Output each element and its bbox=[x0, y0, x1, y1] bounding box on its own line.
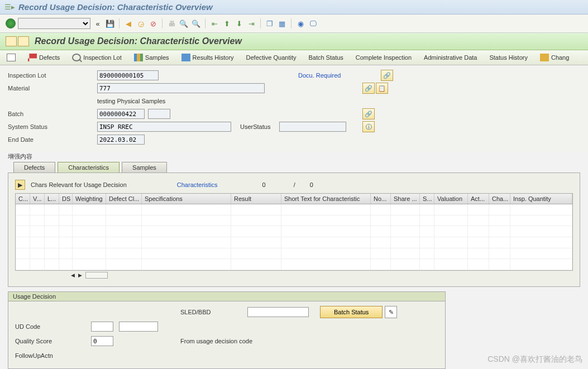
col-s[interactable]: S... bbox=[420, 194, 434, 204]
material-button-2[interactable]: 📋 bbox=[376, 83, 388, 94]
defective-qty-label: Defective Quantity bbox=[246, 54, 297, 61]
col-no[interactable]: No... bbox=[371, 194, 391, 204]
toolbar-batch-status[interactable]: Batch Status bbox=[306, 53, 345, 62]
header-icons[interactable] bbox=[6, 36, 29, 46]
tab-samples[interactable]: Samples bbox=[122, 162, 167, 172]
prev-page-icon[interactable]: ⬆ bbox=[222, 18, 232, 28]
end-date-field[interactable] bbox=[97, 135, 145, 145]
table-row[interactable] bbox=[16, 259, 572, 270]
results-icon bbox=[181, 54, 190, 61]
menu-icon[interactable]: ☰▸ bbox=[4, 3, 15, 11]
toolbar-admin-data[interactable]: Administrative Data bbox=[422, 53, 479, 62]
toolbar-doc[interactable] bbox=[4, 52, 18, 63]
toolbar-complete-inspection[interactable]: Complete Inspection bbox=[353, 53, 414, 62]
material-label: Material bbox=[8, 85, 97, 92]
first-page-icon[interactable]: ⇤ bbox=[209, 18, 219, 28]
col-l[interactable]: L... bbox=[45, 194, 59, 204]
help-icon[interactable]: ◉ bbox=[295, 18, 305, 28]
col-cha[interactable]: Cha... bbox=[489, 194, 510, 204]
back-page-icon[interactable]: « bbox=[93, 18, 103, 28]
batch-status-label: Batch Status bbox=[308, 54, 343, 61]
next-page-icon[interactable]: ⬇ bbox=[234, 18, 244, 28]
batch-field-2[interactable] bbox=[148, 109, 170, 119]
toolbar-status-history[interactable]: Status History bbox=[487, 53, 529, 62]
app-toolbar: Defects Inspection Lot Samples Results H… bbox=[0, 50, 588, 65]
material-field[interactable] bbox=[97, 83, 265, 93]
enter-button[interactable] bbox=[6, 18, 16, 28]
col-defect-cl[interactable]: Defect Cl... bbox=[106, 194, 142, 204]
table-row[interactable] bbox=[16, 226, 572, 237]
quality-score-field[interactable] bbox=[91, 336, 113, 346]
col-specs[interactable]: Specifications bbox=[142, 194, 231, 204]
find-icon: 🔍 bbox=[179, 18, 189, 28]
samples-icon bbox=[134, 54, 143, 61]
status-info-button[interactable]: ⓘ bbox=[362, 121, 375, 132]
tab-defects[interactable]: Defects bbox=[13, 162, 55, 172]
toolbar-inspection-lot[interactable]: Inspection Lot bbox=[70, 52, 124, 63]
ud-code-field-1[interactable] bbox=[91, 322, 113, 332]
save-icon[interactable]: 💾 bbox=[105, 18, 115, 28]
system-status-field[interactable] bbox=[97, 122, 231, 132]
material-button-1[interactable]: 🔗 bbox=[362, 83, 375, 94]
column-config-button[interactable] bbox=[85, 272, 108, 279]
chang-icon bbox=[540, 54, 549, 61]
tab-characteristics[interactable]: Characteristics bbox=[58, 162, 119, 172]
scroll-right-icon[interactable]: ▶ bbox=[78, 272, 82, 278]
title-bar: ☰▸ Record Usage Decision: Characteristic… bbox=[0, 0, 588, 15]
scroll-left-icon[interactable]: ◀ bbox=[71, 272, 75, 278]
sled-field[interactable] bbox=[247, 307, 309, 317]
layout-icon[interactable]: ▦ bbox=[277, 18, 287, 28]
document-icon bbox=[7, 54, 16, 61]
new-session-icon[interactable]: ❐ bbox=[265, 18, 275, 28]
last-page-icon[interactable]: ⇥ bbox=[246, 18, 256, 28]
col-short-text[interactable]: Short Text for Characteristic bbox=[281, 194, 371, 204]
batch-field[interactable] bbox=[97, 109, 145, 119]
table-row[interactable] bbox=[16, 248, 572, 260]
exit-icon[interactable]: ◶ bbox=[136, 18, 146, 28]
docu-button[interactable]: 🔗 bbox=[381, 70, 393, 81]
inspection-lot-label: Inspection Lot bbox=[8, 72, 97, 79]
col-act[interactable]: Act... bbox=[468, 194, 489, 204]
col-insp-qty[interactable]: Insp. Quantity bbox=[510, 194, 572, 204]
col-weighting[interactable]: Weighting bbox=[73, 194, 106, 204]
table-row[interactable] bbox=[16, 215, 572, 227]
end-date-label: End Date bbox=[8, 136, 97, 143]
edit-button[interactable]: ✎ bbox=[385, 306, 397, 318]
toolbar-defective-qty[interactable]: Defective Quantity bbox=[244, 53, 299, 62]
ud-code-field-2[interactable] bbox=[119, 322, 158, 332]
command-field[interactable] bbox=[18, 18, 90, 29]
material-desc: testing Physical Samples bbox=[97, 98, 165, 104]
col-ds[interactable]: DS bbox=[59, 194, 73, 204]
toolbar-samples[interactable]: Samples bbox=[132, 52, 171, 63]
system-toolbar: « 💾 ◀ ◶ ⊘ 🖶 🔍 🔍 ⇤ ⬆ ⬇ ⇥ ❐ ▦ ◉ 🖵 bbox=[0, 15, 588, 33]
col-c[interactable]: C... bbox=[16, 194, 30, 204]
defects-label: Defects bbox=[39, 54, 60, 61]
toolbar-defects[interactable]: Defects bbox=[26, 52, 62, 63]
col-share[interactable]: Share ... bbox=[391, 194, 420, 204]
tab-strip: Defects Characteristics Samples bbox=[0, 162, 588, 172]
docu-required-link[interactable]: Docu. Required bbox=[298, 72, 341, 79]
batch-status-button[interactable]: Batch Status bbox=[320, 306, 383, 318]
inspection-lot-field[interactable] bbox=[97, 70, 159, 80]
back-icon[interactable]: ◀ bbox=[123, 18, 133, 28]
samples-label: Samples bbox=[145, 54, 169, 61]
separator bbox=[260, 18, 261, 28]
user-status-field[interactable] bbox=[279, 122, 346, 132]
table-row[interactable] bbox=[16, 237, 572, 248]
col-result[interactable]: Result bbox=[231, 194, 281, 204]
chang-label: Chang bbox=[551, 54, 569, 61]
expand-button[interactable]: ▶ bbox=[15, 180, 25, 190]
complete-insp-label: Complete Inspection bbox=[356, 54, 412, 61]
toolbar-results-history[interactable]: Results History bbox=[179, 52, 236, 63]
col-v[interactable]: V... bbox=[30, 194, 45, 204]
cancel-icon[interactable]: ⊘ bbox=[148, 18, 158, 28]
table-row[interactable] bbox=[16, 204, 572, 215]
inspection-lot-label: Inspection Lot bbox=[83, 54, 122, 61]
toolbar-chang[interactable]: Chang bbox=[538, 52, 571, 63]
characteristics-link[interactable]: Characteristics bbox=[177, 181, 218, 188]
batch-button[interactable]: 🔗 bbox=[362, 108, 375, 119]
customize-icon[interactable]: 🖵 bbox=[308, 18, 318, 28]
characteristics-panel: ▶ Chars Relevant for Usage Decision Char… bbox=[8, 172, 580, 287]
separator bbox=[119, 18, 119, 28]
col-valuation[interactable]: Valuation bbox=[434, 194, 468, 204]
